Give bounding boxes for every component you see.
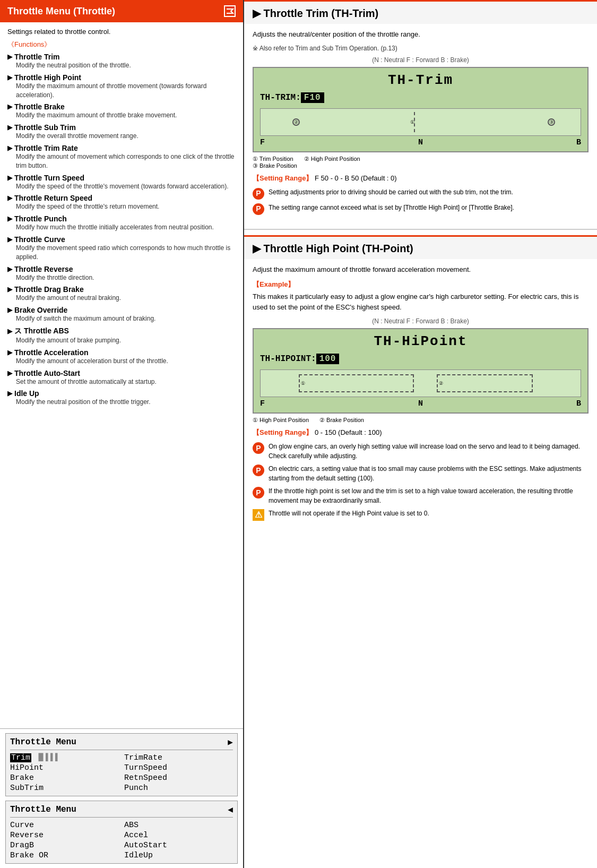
item-title-text-0: Throttle Trim (14, 53, 60, 61)
item-title-0[interactable]: ▶Throttle Trim (7, 53, 236, 61)
screen1-title: Throttle Menu (10, 737, 76, 747)
screen2-item-dragb[interactable]: DragB (10, 841, 119, 850)
left-column: Throttle Menu (Throttle) Settings relate… (0, 0, 244, 868)
lcd-hipoint-value-row: TH-HIPOINT: 100 (260, 354, 581, 364)
hipoint-fbh-b: B (576, 399, 581, 408)
menu-item-1[interactable]: ▶Throttle High PointModify the maximum a… (7, 73, 236, 100)
screen1-item-punch[interactable]: Punch (124, 784, 233, 793)
notice-icon-2: P (253, 203, 264, 215)
corner-icon (224, 5, 236, 17)
item-title-10[interactable]: ▶Throttle Drag Brake (7, 285, 236, 294)
lcd-hipoint-value-label: TH-HIPOINT: (260, 354, 316, 364)
item-title-text-4: Throttle Trim Rate (14, 144, 78, 152)
menu-item-11[interactable]: ▶Brake OverrideModify of switch the maxi… (7, 306, 236, 323)
section1-label-row: (N : Neutral F : Forward B : Brake) (253, 56, 589, 64)
item-desc-6: Modify the speed of the throttle's retur… (16, 202, 236, 211)
item-title-11[interactable]: ▶Brake Override (7, 306, 236, 314)
item-title-5[interactable]: ▶Throttle Turn Speed (7, 174, 236, 182)
menu-item-8[interactable]: ▶Throttle CurveModify the movement speed… (7, 235, 236, 262)
menu-item-2[interactable]: ▶Throttle BrakeModify the maximum amount… (7, 102, 236, 120)
item-title-text-8: Throttle Curve (14, 235, 65, 244)
label-trim-pos: ① Trim Position (253, 156, 293, 162)
screen1-item-trimrate[interactable]: TrimRate (124, 753, 233, 762)
menu-item-3[interactable]: ▶Throttle Sub TrimModify the overall thr… (7, 123, 236, 141)
hipoint-region-1 (299, 374, 414, 392)
item-desc-7: Modify how much the throttle initially a… (16, 223, 236, 232)
menu-item-4[interactable]: ▶Throttle Trim RateModify the amount of … (7, 144, 236, 170)
menu-item-0[interactable]: ▶Throttle TrimModify the neutral positio… (7, 53, 236, 70)
lcd-hipoint-title: TH-HiPoint (260, 333, 581, 349)
screen2-item-curve[interactable]: Curve (10, 821, 119, 830)
notice1-1: P Setting adjustments prior to driving s… (253, 187, 589, 200)
item-desc-12: Modify the amount of brake pumping. (16, 336, 236, 345)
item-title-12[interactable]: ▶ス Throttle ABS (7, 326, 236, 336)
notice-icon-1: P (253, 188, 264, 200)
section2-label-row: (N : Neutral F : Forward B : Brake) (253, 317, 589, 325)
screen1-item-trim[interactable]: Trim ▐▌▌▌▌ (10, 753, 119, 762)
item-title-text-12: ス Throttle ABS (14, 326, 69, 336)
item-desc-1: Modify the maximum amount of throttle mo… (16, 82, 236, 100)
screen1-title-row: Throttle Menu ▶ (10, 737, 233, 750)
section1-setting-range: 【Setting Range】 F 50 - 0 - B 50 (Default… (253, 174, 589, 183)
screen2-item-brakeor[interactable]: Brake OR (10, 851, 119, 860)
notice2-1: P On glow engine cars, an overly high se… (253, 442, 589, 461)
item-title-9[interactable]: ▶Throttle Reverse (7, 265, 236, 273)
screen2-title: Throttle Menu (10, 805, 76, 814)
label-hipoint-pos: ① High Point Position (253, 417, 309, 424)
notice-icon-2-2: P (253, 465, 264, 476)
hipoint-fbh-n: N (418, 399, 423, 408)
setting-range-bracket2: 【Setting Range】 (253, 428, 313, 436)
item-title-15[interactable]: ▶Idle Up (7, 389, 236, 398)
setting-range-value2: 0 - 150 (Default : 100) (315, 428, 382, 436)
item-desc-9: Modify the throttle direction. (16, 273, 236, 282)
menu-item-15[interactable]: ▶Idle UpModify the neutral position of t… (7, 389, 236, 407)
menu-item-14[interactable]: ▶Throttle Auto-StartSet the amount of th… (7, 369, 236, 386)
notice1-2: P The setting range cannot exceed what i… (253, 203, 589, 215)
section1-note: ※ Also refer to Trim and Sub Trim Operat… (253, 45, 589, 52)
item-title-14[interactable]: ▶Throttle Auto-Start (7, 369, 236, 377)
screen2-item-idleup[interactable]: IdleUp (124, 851, 233, 860)
menu-item-12[interactable]: ▶ス Throttle ABSModify the amount of brak… (7, 326, 236, 345)
item-title-text-5: Throttle Turn Speed (14, 174, 84, 182)
setting-range-bracket1: 【Setting Range】 (253, 174, 313, 182)
item-desc-8: Modify the movement speed ratio which co… (16, 244, 236, 262)
screen1-item-retnspeed[interactable]: RetnSpeed (124, 774, 233, 783)
screen-box-1: Throttle Menu ▶ Trim ▐▌▌▌▌ TrimRate HiPo… (5, 733, 238, 796)
item-title-6[interactable]: ▶Throttle Return Speed (7, 194, 236, 202)
screen2-item-autostart[interactable]: AutoStart (124, 841, 233, 850)
item-title-13[interactable]: ▶Throttle Acceleration (7, 348, 236, 357)
screen1-item-subtrim[interactable]: SubTrim (10, 784, 119, 793)
screen2-item-abs[interactable]: ABS (124, 821, 233, 830)
item-title-text-13: Throttle Acceleration (14, 348, 89, 357)
screen2-item-accel[interactable]: Accel (124, 831, 233, 840)
menu-item-5[interactable]: ▶Throttle Turn SpeedModify the speed of … (7, 174, 236, 191)
trim-diagram: ② ① ③ (260, 108, 581, 136)
hipoint-diagram-labels: ① High Point Position ② Brake Position (253, 417, 589, 424)
menu-item-6[interactable]: ▶Throttle Return SpeedModify the speed o… (7, 194, 236, 211)
screen1-item-brake[interactable]: Brake (10, 774, 119, 783)
item-title-3[interactable]: ▶Throttle Sub Trim (7, 123, 236, 132)
screen2-title-row: Throttle Menu ◀ (10, 804, 233, 818)
item-title-4[interactable]: ▶Throttle Trim Rate (7, 144, 236, 152)
item-title-text-7: Throttle Punch (14, 214, 67, 223)
screen1-item-hipoint[interactable]: HiPoint (10, 763, 119, 772)
fbh-b: B (576, 138, 581, 147)
item-title-8[interactable]: ▶Throttle Curve (7, 235, 236, 244)
item-desc-10: Modify the amount of neutral braking. (16, 294, 236, 303)
menu-item-10[interactable]: ▶Throttle Drag BrakeModify the amount of… (7, 285, 236, 303)
section2-header: ▶ Throttle High Point (TH-Point) (244, 235, 597, 259)
item-title-2[interactable]: ▶Throttle Brake (7, 102, 236, 111)
item-title-text-1: Throttle High Point (14, 73, 81, 82)
screen1-item-turnspeed[interactable]: TurnSpeed (124, 763, 233, 772)
menu-item-9[interactable]: ▶Throttle ReverseModify the throttle dir… (7, 265, 236, 282)
screen2-item-reverse[interactable]: Reverse (10, 831, 119, 840)
left-intro: Settings related to throttle control. (7, 28, 236, 36)
item-title-1[interactable]: ▶Throttle High Point (7, 73, 236, 82)
menu-item-13[interactable]: ▶Throttle AccelerationModify the amount … (7, 348, 236, 366)
item-title-7[interactable]: ▶Throttle Punch (7, 214, 236, 223)
menu-item-7[interactable]: ▶Throttle PunchModify how much the throt… (7, 214, 236, 232)
screen2-grid: Curve ABS Reverse Accel DragB AutoStart … (10, 821, 233, 860)
item-title-text-2: Throttle Brake (14, 102, 65, 111)
item-desc-3: Modify the overall throttle movement ran… (16, 132, 236, 141)
fbh-f: F (260, 138, 265, 147)
